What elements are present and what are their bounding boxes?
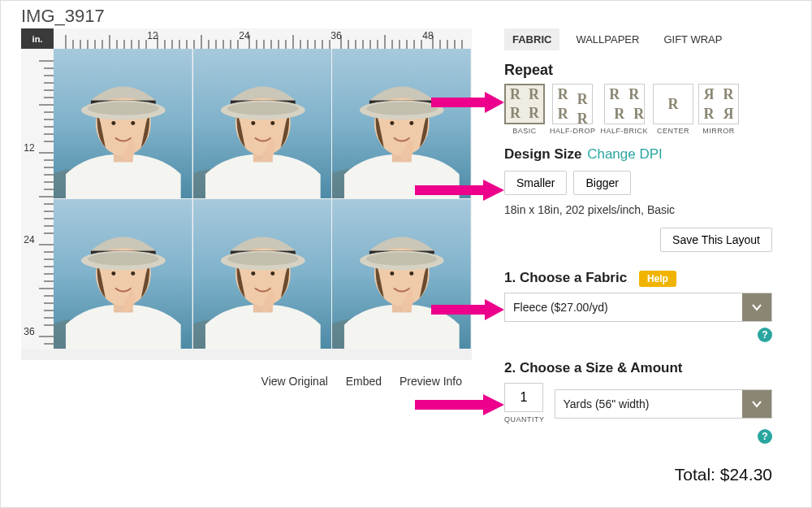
step2-label: 2. Choose a Size & Amount [504,360,772,376]
svg-rect-58 [21,49,54,350]
svg-text:24: 24 [24,234,35,245]
help-icon[interactable]: ? [758,328,772,342]
quantity-input[interactable] [504,383,543,412]
repeat-opt-mirror[interactable]: RRRR MIRROR [698,84,739,135]
help-icon[interactable]: ? [758,429,772,444]
svg-text:36: 36 [24,326,35,337]
smaller-button[interactable]: Smaller [504,171,567,195]
repeat-opt-half-drop[interactable]: RRRR HALF-DROP [550,84,596,135]
tab-fabric[interactable]: FABRIC [504,28,559,50]
svg-point-107 [111,121,115,125]
svg-text:12: 12 [147,30,158,41]
ruler-vertical: 12 24 36 [21,49,54,350]
embed-link[interactable]: Embed [346,375,382,388]
repeat-opt-basic[interactable]: RRRR BASIC [504,84,545,135]
save-layout-button[interactable]: Save This Layout [660,228,772,252]
svg-text:12: 12 [24,142,35,154]
tab-wallpaper[interactable]: WALLPAPER [568,28,647,50]
svg-point-153 [410,271,414,276]
fabric-select-value: Fleece ($27.00/yd) [505,301,616,314]
preview-area: in. [21,28,472,360]
view-original-link[interactable]: View Original [261,375,328,388]
pattern-tile [54,49,193,199]
pattern-tile [332,49,472,199]
svg-point-142 [227,253,299,266]
svg-point-117 [270,121,274,125]
ruler-horizontal: 12 24 36 48 [54,28,472,49]
page-title: IMG_3917 [1,1,811,30]
size-select[interactable]: Yards (56" width) [555,389,772,419]
design-size-label: Design Size [504,146,581,162]
svg-point-125 [391,121,395,125]
pattern-tile [193,49,333,199]
total-price: Total: $24.30 [504,465,772,484]
preview-links: View Original Embed Preview Info [21,368,472,393]
svg-point-143 [251,271,255,276]
svg-text:36: 36 [330,30,342,41]
chevron-down-icon [742,390,771,418]
design-size-row: Design Size Change DPI [504,146,772,163]
svg-text:24: 24 [239,30,250,41]
svg-text:48: 48 [422,30,434,41]
svg-point-124 [366,102,438,115]
pattern-tile [54,199,193,350]
annotation-arrow-icon [415,393,504,417]
svg-point-151 [366,253,438,266]
change-dpi-link[interactable]: Change DPI [587,146,663,162]
step1-label: 1. Choose a Fabric Help [504,270,772,286]
pattern-tile [332,199,472,350]
svg-point-115 [227,102,299,115]
repeat-opt-half-brick[interactable]: RRRR HALF-BRICK [601,84,649,135]
svg-rect-0 [54,28,472,49]
repeat-options: RRRR BASIC RRRR HALF-DROP RRRR HALF-BRIC… [504,84,772,135]
svg-point-133 [88,253,159,266]
svg-point-135 [131,271,135,276]
pattern-tile [193,199,333,350]
svg-point-152 [391,271,395,276]
svg-point-108 [131,121,135,125]
ruler-unit-badge: in. [21,28,54,49]
tab-giftwrap[interactable]: GIFT WRAP [655,28,730,50]
bigger-button[interactable]: Bigger [573,171,630,195]
repeat-label: Repeat [504,62,772,79]
svg-point-106 [88,102,159,115]
design-size-info: 18in x 18in, 202 pixels/inch, Basic [504,203,772,216]
product-tabs: FABRIC WALLPAPER GIFT WRAP [504,28,772,50]
svg-point-126 [410,121,414,125]
svg-point-116 [251,121,255,125]
svg-point-134 [111,271,115,276]
size-select-value: Yards (56" width) [555,397,658,410]
chevron-down-icon [742,293,771,321]
svg-point-144 [270,271,274,276]
fabric-select[interactable]: Fleece ($27.00/yd) [504,293,772,322]
quantity-label: QUANTITY [504,415,545,423]
help-badge[interactable]: Help [639,271,676,287]
preview-info-link[interactable]: Preview Info [400,375,462,388]
repeat-opt-center[interactable]: R CENTER [653,84,693,135]
pattern-grid [54,49,472,350]
